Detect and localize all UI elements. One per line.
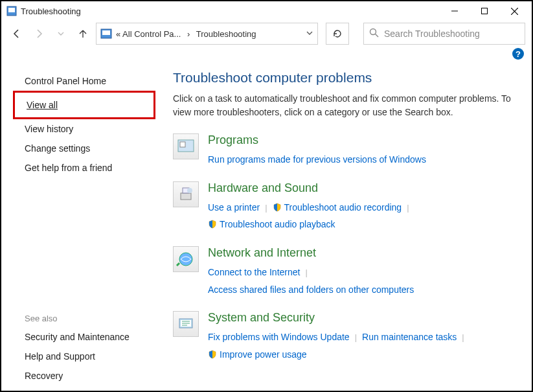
category-links: Use a printer|Troubleshoot audio recordi… (208, 199, 515, 233)
app-icon (6, 6, 17, 16)
address-bar[interactable]: « All Control Pa... › Troubleshooting (96, 23, 318, 45)
troubleshooter-link[interactable]: Troubleshoot audio playback (220, 219, 335, 229)
sidebar-item-view-history[interactable]: View history (25, 119, 153, 139)
category-icon (173, 181, 199, 207)
link-separator: | (407, 203, 409, 213)
link-separator: | (355, 332, 357, 342)
see-also-help[interactable]: Help and Support (25, 347, 153, 366)
category-icon (173, 311, 199, 337)
content-pane: Troubleshoot computer problems Click on … (166, 60, 532, 392)
sidebar-item-change-settings[interactable]: Change settings (25, 139, 153, 158)
svg-rect-7 (102, 30, 110, 35)
svg-rect-12 (181, 193, 191, 200)
see-also-recovery[interactable]: Recovery (25, 366, 153, 386)
troubleshooter-link[interactable]: Connect to the Internet (208, 267, 300, 277)
forward-button[interactable] (30, 25, 48, 43)
troubleshooter-link[interactable]: Run programs made for previous versions … (208, 154, 426, 165)
address-dropdown-icon[interactable] (306, 29, 313, 39)
category: Hardware and SoundUse a printer|Troubles… (173, 181, 515, 233)
category-links: Fix problems with Windows Update|Run mai… (208, 329, 515, 363)
search-box[interactable] (363, 23, 525, 45)
category-links: Run programs made for previous versions … (208, 151, 515, 168)
shield-icon (208, 349, 217, 358)
sidebar-item-view-all[interactable]: View all (15, 95, 148, 115)
window-title: Troubleshooting (21, 6, 81, 16)
see-also-security[interactable]: Security and Maintenance (25, 327, 153, 347)
troubleshooter-link[interactable]: Access shared files and folders on other… (208, 284, 414, 295)
link-separator: | (265, 203, 267, 213)
category-title[interactable]: Hardware and Sound (208, 181, 515, 195)
sidebar-item-get-help[interactable]: Get help from a friend (25, 158, 153, 178)
svg-rect-1 (8, 8, 15, 12)
search-input[interactable] (384, 29, 519, 39)
recent-dropdown[interactable] (52, 25, 70, 43)
category: System and SecurityFix problems with Win… (173, 311, 515, 363)
see-also-header: See also (25, 314, 153, 323)
link-separator: | (305, 268, 307, 277)
category-title[interactable]: System and Security (208, 311, 515, 325)
category: Network and InternetConnect to the Inter… (173, 246, 515, 298)
troubleshooter-link[interactable]: Troubleshoot audio recording (284, 202, 402, 213)
help-icon[interactable]: ? (512, 48, 524, 60)
category-title[interactable]: Network and Internet (208, 246, 515, 260)
titlebar: Troubleshooting (1, 1, 532, 21)
shield-icon (208, 218, 217, 227)
search-icon (369, 28, 379, 40)
shield-icon (273, 202, 282, 211)
minimize-button[interactable] (440, 1, 470, 21)
toolbar: « All Control Pa... › Troubleshooting (1, 21, 532, 47)
address-icon (100, 28, 112, 40)
troubleshooter-link[interactable]: Use a printer (208, 202, 260, 213)
up-button[interactable] (74, 25, 92, 43)
troubleshooter-link[interactable]: Fix problems with Windows Update (208, 332, 350, 342)
svg-point-8 (370, 29, 376, 35)
link-separator: | (462, 332, 464, 342)
back-button[interactable] (8, 25, 26, 43)
maximize-button[interactable] (470, 1, 499, 21)
category-title[interactable]: Programs (208, 133, 515, 147)
category-links: Connect to the Internet|Access shared fi… (208, 264, 515, 298)
category: ProgramsRun programs made for previous v… (173, 133, 515, 168)
troubleshooter-link[interactable]: Improve power usage (220, 349, 307, 360)
sidebar: Control Panel Home View all View history… (1, 60, 166, 392)
svg-line-9 (376, 34, 379, 38)
page-heading: Troubleshoot computer problems (173, 70, 515, 86)
category-icon (173, 246, 199, 272)
page-description: Click on a task to automatically trouble… (173, 92, 515, 119)
highlight-annotation: View all (13, 91, 155, 119)
svg-point-15 (179, 253, 192, 266)
refresh-button[interactable] (326, 23, 349, 45)
svg-rect-11 (180, 142, 185, 147)
troubleshooter-link[interactable]: Run maintenance tasks (362, 332, 457, 342)
sidebar-item-home[interactable]: Control Panel Home (25, 71, 153, 91)
category-icon (173, 133, 199, 159)
close-button[interactable] (499, 1, 529, 21)
svg-point-14 (187, 188, 192, 193)
svg-rect-3 (482, 8, 488, 14)
address-text: « All Control Pa... › Troubleshooting (116, 29, 306, 39)
